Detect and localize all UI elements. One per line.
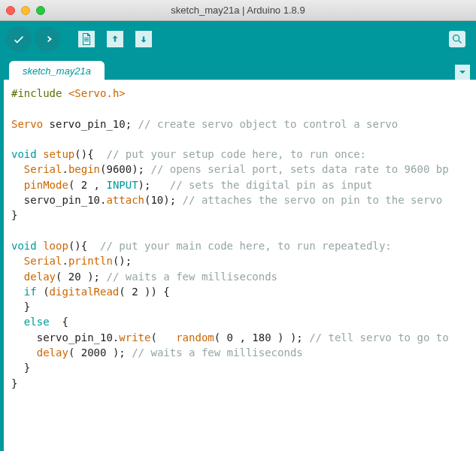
code-token: . [62, 163, 68, 175]
code-token [11, 271, 24, 283]
code-token [11, 286, 24, 298]
window-titlebar: sketch_may21a | Arduino 1.8.9 [0, 0, 476, 21]
code-comment: // sets the digital pin as input [170, 179, 373, 191]
code-token: ( 2 , [68, 179, 107, 191]
chevron-down-icon [459, 68, 466, 76]
code-token: <Servo.h> [68, 87, 126, 99]
serial-monitor-button[interactable] [444, 26, 470, 52]
window-title: sketch_may21a | Arduino 1.8.9 [6, 5, 470, 16]
code-comment: // attaches the servo on pin to the serv… [183, 194, 449, 206]
tab-menu-button[interactable] [455, 65, 470, 80]
code-token: println [68, 255, 113, 267]
code-token: Servo [11, 118, 43, 130]
arrow-right-icon [41, 32, 54, 46]
code-token: INPUT [106, 179, 138, 191]
code-token: write [119, 331, 150, 344]
code-comment: // put your main code here, to run repea… [100, 240, 392, 252]
check-icon [12, 32, 26, 46]
code-token: ( [150, 331, 176, 344]
sketch-tab[interactable]: sketch_may21a [9, 61, 105, 80]
svg-point-0 [453, 35, 459, 41]
magnifier-icon [451, 33, 463, 45]
upload-button[interactable] [35, 26, 60, 52]
arrow-down-icon [138, 34, 149, 44]
code-token: attach [106, 194, 144, 206]
arrow-up-icon [110, 34, 120, 44]
code-token [11, 316, 24, 328]
code-token: { [50, 316, 68, 328]
code-token: } [11, 301, 30, 313]
code-token: #include [11, 87, 62, 99]
code-token: } [11, 362, 30, 374]
code-token: begin [68, 163, 100, 175]
code-token: ( 0 , 180 ) ); [214, 331, 309, 344]
code-comment: // waits a few milliseconds [106, 271, 277, 283]
code-token: pinMode [24, 179, 68, 191]
code-token: (9600); [100, 163, 150, 175]
maximize-window-button[interactable] [36, 6, 45, 15]
code-comment: // put your setup code here, to run once… [106, 148, 366, 160]
close-window-button[interactable] [6, 6, 15, 15]
code-token: Serial [24, 255, 62, 267]
code-token: servo_pin_10. [11, 331, 119, 344]
code-token: (){ [74, 148, 106, 160]
new-sketch-button[interactable] [74, 26, 99, 52]
code-comment: // create servo object to control a serv… [138, 118, 399, 130]
code-token: delay [37, 347, 68, 359]
code-token: (10); [144, 194, 183, 206]
tabbar: sketch_may21a [0, 57, 476, 80]
code-token: (); [113, 255, 132, 267]
code-token: ( 2 )) { [119, 286, 169, 298]
code-token: (){ [68, 240, 100, 252]
code-token: } [11, 209, 17, 221]
verify-button[interactable] [6, 26, 32, 52]
traffic-lights [6, 6, 45, 15]
code-token: Serial [24, 163, 62, 175]
code-token: void [11, 240, 37, 252]
code-token [11, 347, 37, 359]
code-token: ); [138, 179, 170, 191]
code-token: delay [24, 271, 56, 283]
save-sketch-button[interactable] [131, 26, 156, 52]
code-editor[interactable]: #include <Servo.h> Servo servo_pin_10; /… [0, 80, 476, 451]
code-comment: // tell servo to go to [309, 331, 448, 344]
code-token: ( 20 ); [56, 271, 106, 283]
code-token: digitalRead [50, 286, 120, 298]
open-sketch-button[interactable] [102, 26, 128, 52]
code-comment: // opens serial port, sets data rate to … [150, 163, 448, 175]
code-token: random [176, 331, 214, 344]
toolbar [0, 21, 476, 57]
code-token: servo_pin_10; [43, 118, 138, 130]
code-token: ( [37, 286, 50, 298]
minimize-window-button[interactable] [21, 6, 30, 15]
file-icon [81, 33, 92, 45]
code-token [11, 163, 24, 175]
code-comment: // waits a few milliseconds [132, 347, 303, 359]
code-token: } [11, 377, 17, 389]
code-token: void [11, 148, 37, 160]
code-token: setup [43, 148, 74, 160]
code-token [11, 179, 24, 191]
code-token: else [24, 316, 50, 328]
code-token [11, 255, 24, 267]
code-token: if [24, 286, 37, 298]
code-token: servo_pin_10. [11, 194, 106, 206]
code-token: loop [43, 240, 68, 252]
code-token: . [62, 255, 68, 267]
code-token: ( 2000 ); [68, 347, 132, 359]
